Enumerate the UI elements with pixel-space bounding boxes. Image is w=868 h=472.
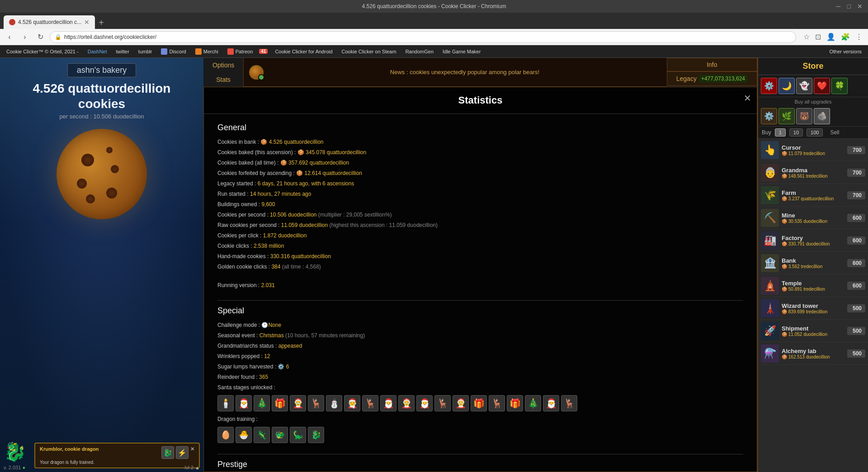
bookmark-twitter[interactable]: twitter	[113, 48, 132, 55]
stat-golden-clicks: Golden cookie clicks : 384 (all time : 4…	[217, 263, 743, 271]
santa-icon-1: 🕯️	[217, 395, 234, 411]
stats-modal[interactable]: Statistics ✕ General Cookies in bank : 🍪…	[203, 87, 757, 472]
alchemy-lab-cost: 🍪 162.513 duodecillion	[782, 354, 844, 359]
buy-100-button[interactable]: 100	[807, 128, 823, 137]
restore-button[interactable]: □	[845, 3, 853, 10]
dragon-t-2: 🐣	[236, 427, 252, 443]
krumblor-tooltip: Krumblor, cookie dragon 🐉 ⚡ ✕ Your drago…	[34, 443, 200, 468]
bookmark-discord[interactable]: Discord	[158, 47, 189, 56]
grandma-info: Grandma 🍪 148.561 tredecillion	[779, 167, 847, 179]
tab-search-icon[interactable]: ⊡	[813, 33, 823, 41]
building-row-shipment[interactable]: 🚀 Shipment 🍪 11.052 duodecillion 500	[758, 320, 868, 342]
cookie-spot-5	[106, 147, 113, 153]
bookmark-tumblr[interactable]: tumblr	[136, 48, 155, 55]
upgrade-icon-3[interactable]: 👻	[796, 78, 812, 94]
big-cookie[interactable]	[57, 129, 147, 219]
building-row-temple[interactable]: 🛕 Temple 🍪 50.891 tredecillion 600	[758, 274, 868, 297]
menu-icon[interactable]: ⋮	[854, 33, 864, 41]
lock-icon: 🔒	[55, 34, 61, 40]
online-dot	[258, 74, 264, 80]
krumblor-close[interactable]: ✕	[190, 446, 194, 459]
bookmark-steam[interactable]: Cookie Clicker on Steam	[339, 48, 399, 55]
left-panel: ashn's bakery 4.526 quattuordecillion co…	[0, 58, 203, 472]
factory-cost: 🍪 330.791 duodecillion	[782, 241, 844, 246]
account-icon[interactable]: 👤	[825, 33, 837, 41]
news-text: News : cookies unexpectedly popular amon…	[268, 69, 661, 76]
level-arrow[interactable]: ▲	[195, 465, 200, 470]
mine-info: Mine 🍪 30.535 duodecillion	[779, 212, 847, 224]
other-versions-button[interactable]: Other versions	[826, 48, 864, 55]
santa-icon-9: 🦌	[362, 395, 378, 411]
santa-icon-14: 🤶	[453, 395, 469, 411]
upgrade-icon-4[interactable]: ❤️	[814, 78, 830, 94]
info-button[interactable]: Info	[667, 58, 757, 71]
cursor-info: Cursor 🍪 11.079 tredecillion	[779, 144, 847, 156]
stat-cps: Cookies per second : 10.506 duodecillion…	[217, 211, 743, 219]
cookie-image[interactable]	[57, 129, 147, 219]
upgrade-icon-1[interactable]: ⚙️	[761, 78, 777, 94]
stat-cpc: Cookies per click : 1.872 duodecillion	[217, 231, 743, 240]
upgrade-icon-5[interactable]: 🍀	[831, 78, 848, 94]
tab-close-button[interactable]: ✕	[84, 19, 90, 26]
alchemy-lab-icon: ⚗️	[761, 345, 779, 363]
buy-icon-4[interactable]: 🪨	[814, 108, 830, 124]
bookmark-randomgen[interactable]: RandomGen	[403, 48, 436, 55]
address-bar[interactable]: 🔒 https://orteil.dashnet.org/cookieclick…	[50, 31, 796, 43]
building-row-alchemy-lab[interactable]: ⚗️ Alchemy lab 🍪 162.513 duodecillion 50…	[758, 342, 868, 365]
modal-close-button[interactable]: ✕	[744, 93, 751, 104]
farm-name: Farm	[782, 189, 844, 196]
alchemy-lab-name: Alchemy lab	[782, 348, 844, 354]
buy-1-button[interactable]: 1	[775, 128, 786, 137]
krumblor-name: Krumblor, cookie dragon	[40, 446, 99, 459]
new-tab-button[interactable]: +	[95, 16, 108, 29]
stat-cookies-in-bank: Cookies in bank : 🍪 4.526 quattuordecill…	[217, 138, 743, 146]
buy-icon-3[interactable]: 🐻	[796, 108, 812, 124]
buy-icon-2[interactable]: 🌿	[778, 108, 795, 124]
legacy-button[interactable]: Legacy +477,073,313,624	[667, 71, 757, 86]
bookmark-star-icon[interactable]: ☆	[802, 33, 811, 41]
building-row-grandma[interactable]: 👵 Grandma 🍪 148.561 tredecillion 700	[758, 161, 868, 184]
tab-favicon	[9, 19, 15, 25]
merch-icon	[195, 48, 202, 55]
factory-info: Factory 🍪 330.791 duodecillion	[779, 235, 847, 246]
building-row-cursor[interactable]: 👆 Cursor 🍪 11.079 tredecillion 700	[758, 139, 868, 161]
options-button[interactable]: Options	[203, 58, 244, 72]
building-row-mine[interactable]: ⛏️ Mine 🍪 30.535 duodecillion 600	[758, 207, 868, 229]
active-tab[interactable]: 4.526 quattuordecillion c... ✕	[4, 15, 95, 29]
stats-button[interactable]: Stats	[203, 72, 244, 87]
bookmark-idlegame[interactable]: Idle Game Maker	[440, 48, 483, 55]
krumblor-item-1[interactable]: 🐉	[161, 446, 174, 459]
modal-title: Statistics	[458, 94, 503, 106]
shipment-info: Shipment 🍪 11.052 duodecillion	[779, 325, 847, 337]
farm-cost: 🍪 3.237 quattuordecillion	[782, 196, 844, 201]
buy-10-button[interactable]: 10	[789, 128, 803, 137]
building-row-factory[interactable]: 🏭 Factory 🍪 330.791 duodecillion 600	[758, 229, 868, 252]
buy-icon-1[interactable]: ⚙️	[761, 108, 777, 124]
krumblor-item-2[interactable]: ⚡	[176, 446, 189, 459]
extensions-icon[interactable]: 🧩	[839, 33, 852, 41]
shipment-cost: 🍪 11.052 duodecillion	[782, 332, 844, 337]
building-row-bank[interactable]: 🏦 Bank 🍪 3.562 tredecillion 600	[758, 252, 868, 274]
dragon-icon[interactable]: 🐉	[4, 441, 31, 468]
temple-icon: 🛕	[761, 277, 779, 295]
upgrade-icon-2[interactable]: 🌙	[778, 78, 795, 94]
building-row-wizard-tower[interactable]: 🗼 Wizard tower 🍪 839.699 tredecillion 50…	[758, 297, 868, 320]
back-button[interactable]: ‹	[4, 31, 15, 43]
reload-button[interactable]: ↻	[34, 31, 46, 43]
santa-icon-15: 🎁	[471, 395, 487, 411]
window-controls[interactable]: ─ □ ✕	[835, 3, 864, 10]
modal-header: Statistics ✕	[204, 87, 757, 114]
cursor-cost: 🍪 11.079 tredecillion	[782, 151, 844, 156]
santa-icon-17: 🎁	[507, 395, 523, 411]
bookmark-merch[interactable]: Merchi	[193, 47, 221, 56]
santa-icon-8: 🧑‍🎄	[344, 395, 360, 411]
bookmark-android[interactable]: Cookie Clicker for Android	[272, 48, 335, 55]
close-button[interactable]: ✕	[855, 3, 864, 10]
building-row-farm[interactable]: 🌾 Farm 🍪 3.237 quattuordecillion 700	[758, 184, 868, 207]
bookmark-patreon[interactable]: Patreon	[225, 47, 256, 56]
minimize-button[interactable]: ─	[835, 3, 843, 10]
forward-button[interactable]: ›	[19, 31, 31, 43]
building-list[interactable]: 👆 Cursor 🍪 11.079 tredecillion 700 👵 Gra…	[758, 139, 868, 472]
buy-label: Buy	[762, 129, 771, 136]
bookmark-dashnet[interactable]: DashNet	[85, 48, 110, 55]
